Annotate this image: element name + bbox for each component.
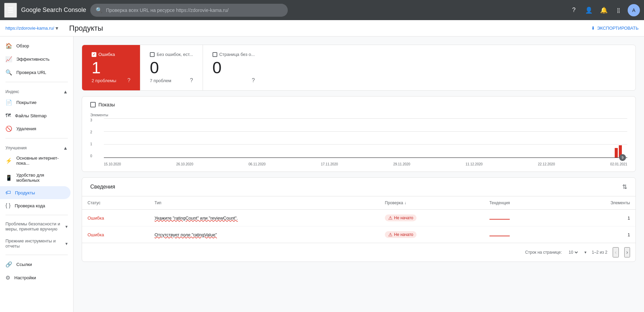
no-page-count: 0 (213, 60, 255, 76)
error-count: 1 (92, 60, 130, 76)
row1-check-label: Не начато (394, 216, 413, 220)
sort-icon: ↓ (404, 200, 406, 205)
chart-y-0: 0 (90, 154, 103, 158)
sidebar-legacy-label: Прежние инструменты и отчеты (5, 238, 65, 249)
table-header-row: Сведения ⇅ (82, 178, 635, 196)
sidebar-security-expandable[interactable]: Проблемы безопасности и меры, принятые в… (0, 218, 73, 235)
help-button[interactable]: ? (568, 4, 580, 16)
no-page-status-card[interactable]: Страница без о... 0 ? (203, 45, 264, 90)
improvements-section-header: Улучшения ▲ (0, 141, 73, 152)
topbar: ☰ Google Search Console 🔍 ? 👤 🔔 ⣿ А (0, 0, 644, 20)
pagination-next-button[interactable]: › (624, 247, 630, 257)
chart-y-3: 3 (90, 118, 103, 122)
error-card-header: ✓ Ошибка (92, 52, 130, 57)
sidebar-item-sitemap[interactable]: 🗺 Файлы Sitemap (0, 109, 70, 122)
no-error-status-card[interactable]: Без ошибок, ест... 0 7 проблем ? (140, 45, 203, 90)
data-table: Статус Тип Проверка ↓ Тенденция Элементы… (82, 196, 635, 243)
grid-line-top (104, 118, 627, 119)
secondbar: https://zdorovie-kama.ru/ ▾ Продукты ⬇ Э… (0, 20, 644, 36)
row1-items: 1 (561, 210, 635, 226)
security-chevron-icon: ▾ (65, 224, 68, 229)
main-content: ✓ Ошибка 1 2 проблемы ? Без ошибок, ест.… (74, 36, 644, 312)
sidebar-item-label-coverage: Покрытие (16, 100, 36, 105)
sidebar-divider-1 (5, 82, 68, 82)
improvements-collapse-icon[interactable]: ▲ (63, 145, 68, 151)
chart-tooltip: 9 (619, 154, 626, 161)
core-web-icon: ⚡ (5, 158, 12, 164)
avatar[interactable]: А (628, 4, 640, 16)
error-checkbox-check: ✓ (93, 53, 95, 56)
export-button[interactable]: ⬇ ЭКСПОРТИРОВАТЬ (591, 26, 639, 31)
rows-per-page-select[interactable]: 10 (567, 250, 579, 255)
error-checkbox[interactable]: ✓ (92, 52, 96, 57)
chart-x-1: 15.10.2020 (104, 162, 121, 166)
col-status-header: Статус (82, 196, 149, 210)
rows-per-page-label: Строк на странице: (525, 250, 562, 255)
error-question-icon[interactable]: ? (127, 77, 130, 84)
error-footer: 2 проблемы ? (92, 77, 130, 84)
shows-row: Показы (90, 102, 627, 107)
table-row[interactable]: Ошибка Укажите "ratingCount" или "review… (82, 210, 635, 226)
logo: Google Search Console (21, 6, 86, 14)
search-bar[interactable]: 🔍 (90, 4, 288, 17)
sidebar-item-products[interactable]: 🏷 Продукты (0, 186, 70, 199)
no-error-sublabel: 7 проблем (150, 78, 171, 83)
table-row[interactable]: Ошибка Отсутствует поле "ratingValue" ⚠ … (82, 226, 635, 243)
row2-type: Отсутствует поле "ratingValue" (155, 232, 217, 237)
sidebar-item-core-web[interactable]: ⚡ Основные интернет-пока... (0, 152, 70, 169)
no-error-question-icon[interactable]: ? (190, 77, 193, 84)
search-icon: 🔍 (96, 7, 103, 13)
col-trend-header: Тенденция (484, 196, 561, 210)
chart-section: Показы Элементы 3 2 1 0 (82, 96, 636, 172)
sidebar-item-links[interactable]: 🔗 Ссылки (0, 258, 70, 271)
row1-type: Укажите "ratingCount" или "reviewCount". (155, 216, 238, 221)
filter-icon[interactable]: ⇅ (622, 183, 627, 191)
no-error-count: 0 (150, 60, 193, 76)
sidebar-item-mobile[interactable]: 📱 Удобство для мобильных (0, 169, 70, 186)
sidebar-item-code-check[interactable]: { } Проверка кода (0, 199, 70, 212)
removals-icon: 🚫 (5, 125, 12, 132)
row2-status: Ошибка (88, 232, 104, 237)
row1-check-icon: ⚠ (388, 215, 393, 221)
error-sublabel: 2 проблемы (92, 78, 116, 83)
grid-line-mid1 (104, 131, 627, 132)
sidebar-item-url-check[interactable]: 🔍 Проверка URL (0, 66, 70, 79)
sidebar-item-performance[interactable]: 📈 Эффективность (0, 53, 70, 66)
links-icon: 🔗 (5, 261, 12, 268)
apps-button[interactable]: ⣿ (613, 4, 625, 16)
no-page-card-header: Страница без о... (213, 52, 255, 57)
menu-icon[interactable]: ☰ (4, 3, 17, 18)
sidebar-security-label: Проблемы безопасности и меры, принятые в… (5, 221, 65, 232)
no-error-label: Без ошибок, ест... (157, 52, 193, 57)
site-selector[interactable]: https://zdorovie-kama.ru/ ▾ (5, 25, 58, 31)
notifications-button[interactable]: 🔔 (598, 4, 610, 16)
row2-trend (489, 236, 510, 236)
no-error-footer: 7 проблем ? (150, 77, 193, 84)
mobile-icon: 📱 (5, 175, 12, 181)
index-section-label: Индекс (5, 89, 19, 94)
chart-y-axis: 3 2 1 0 (90, 118, 103, 158)
no-error-checkbox[interactable] (150, 52, 155, 57)
table-body: Ошибка Укажите "ratingCount" или "review… (82, 210, 635, 243)
legacy-chevron-icon: ▾ (65, 241, 68, 246)
sidebar-legacy-expandable[interactable]: Прежние инструменты и отчеты ▾ (0, 235, 73, 252)
col-check-header[interactable]: Проверка ↓ (379, 196, 484, 210)
error-status-card[interactable]: ✓ Ошибка 1 2 проблемы ? (82, 45, 140, 90)
sidebar-item-label-code-check: Проверка кода (15, 203, 45, 208)
no-page-question-icon[interactable]: ? (252, 77, 255, 84)
table-section: Сведения ⇅ Статус Тип Проверка ↓ Тенденц… (82, 177, 636, 262)
sidebar-item-coverage[interactable]: 📄 Покрытие (0, 96, 70, 109)
search-input[interactable] (106, 8, 282, 13)
index-collapse-icon[interactable]: ▲ (63, 89, 68, 94)
accounts-button[interactable]: 👤 (583, 4, 595, 16)
shows-checkbox[interactable] (90, 102, 96, 107)
no-page-checkbox[interactable] (213, 52, 217, 57)
sidebar-item-removals[interactable]: 🚫 Удаления (0, 122, 70, 135)
chart-x-3: 06.11.2020 (249, 162, 266, 166)
chart-icon: 📈 (5, 56, 12, 62)
sitemap-icon: 🗺 (5, 113, 11, 119)
site-selector-chevron-icon: ▾ (56, 25, 58, 31)
sidebar-item-settings[interactable]: ⚙ Настройки (0, 271, 70, 284)
sidebar-item-overview[interactable]: 🏠 Обзор (0, 39, 70, 53)
pagination-prev-button[interactable]: ‹ (613, 247, 618, 257)
